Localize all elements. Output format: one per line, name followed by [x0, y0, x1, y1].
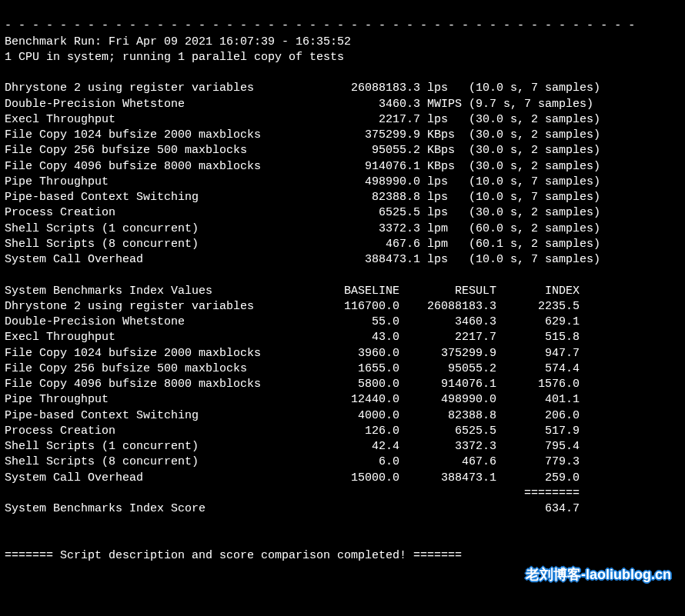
score-sep: ======== — [5, 487, 580, 500]
index-rows-block: Dhrystone 2 using register variables 116… — [5, 300, 580, 484]
raw-results-block: Dhrystone 2 using register variables 260… — [5, 82, 600, 266]
terminal-output: - - - - - - - - - - - - - - - - - - - - … — [0, 0, 685, 616]
footer-line: ======= Script description and score com… — [5, 549, 462, 562]
top-border: - - - - - - - - - - - - - - - - - - - - … — [5, 19, 635, 32]
run-line: Benchmark Run: Fri Apr 09 2021 16:07:39 … — [5, 35, 351, 48]
cpu-line: 1 CPU in system; running 1 parallel copy… — [5, 51, 344, 64]
score-line: System Benchmarks Index Score 634.7 — [5, 502, 580, 515]
index-header-line: System Benchmarks Index Values BASELINE … — [5, 285, 580, 298]
